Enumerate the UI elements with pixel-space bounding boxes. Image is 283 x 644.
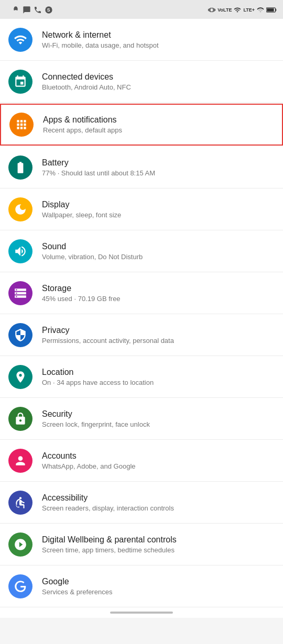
- scroll-bar: [110, 612, 173, 614]
- settings-item-digital-wellbeing[interactable]: Digital Wellbeing & parental controlsScr…: [0, 524, 283, 565]
- settings-item-storage[interactable]: Storage45% used · 70.19 GB free: [0, 272, 283, 314]
- svg-rect-3: [276, 9, 277, 11]
- network-subtitle: Wi-Fi, mobile, data usage, and hotspot: [42, 41, 275, 49]
- phone-icon: [34, 6, 42, 14]
- accessibility-icon: [8, 491, 32, 515]
- security-title: Security: [42, 409, 275, 419]
- battery-text: Battery77% · Should last until about 8:1…: [42, 158, 275, 177]
- digital-wellbeing-text: Digital Wellbeing & parental controlsScr…: [42, 535, 275, 554]
- accessibility-subtitle: Screen readers, display, interaction con…: [42, 504, 275, 512]
- security-subtitle: Screen lock, fingerprint, face unlock: [42, 420, 275, 428]
- apps-notifications-title: Apps & notifications: [43, 115, 274, 125]
- accounts-subtitle: WhatsApp, Adobe, and Google: [42, 462, 275, 470]
- connected-devices-icon: [8, 70, 32, 94]
- settings-item-sound[interactable]: SoundVolume, vibration, Do Not Disturb: [0, 230, 283, 272]
- security-icon: [8, 407, 32, 431]
- google-text: GoogleServices & preferences: [42, 577, 275, 596]
- accessibility-title: Accessibility: [42, 493, 275, 503]
- wifi-calling-icon: [234, 6, 241, 14]
- messaging-icon: [23, 6, 31, 14]
- privacy-subtitle: Permissions, account activity, personal …: [42, 337, 275, 345]
- sound-subtitle: Volume, vibration, Do Not Disturb: [42, 253, 275, 261]
- sound-title: Sound: [42, 242, 275, 251]
- privacy-title: Privacy: [42, 326, 275, 335]
- sound-text: SoundVolume, vibration, Do Not Disturb: [42, 242, 275, 261]
- location-text: LocationOn · 34 apps have access to loca…: [42, 368, 275, 386]
- google-icon: [8, 574, 32, 598]
- battery-icon: [8, 156, 32, 180]
- svg-rect-4: [267, 8, 274, 12]
- connected-devices-subtitle: Bluetooth, Android Auto, NFC: [42, 83, 275, 91]
- security-text: SecurityScreen lock, fingerprint, face u…: [42, 409, 275, 428]
- settings-item-security[interactable]: SecurityScreen lock, fingerprint, face u…: [0, 398, 283, 440]
- digital-wellbeing-icon: [8, 532, 32, 557]
- battery-title: Battery: [42, 158, 275, 168]
- network-icon: [8, 28, 32, 52]
- snapchat-icon: [12, 6, 20, 14]
- settings-item-location[interactable]: LocationOn · 34 apps have access to loca…: [0, 356, 283, 398]
- accounts-title: Accounts: [42, 451, 275, 461]
- settings-list: Network & internetWi-Fi, mobile, data us…: [0, 19, 283, 607]
- location-icon: [8, 365, 32, 389]
- storage-icon: [8, 281, 32, 305]
- storage-subtitle: 45% used · 70.19 GB free: [42, 295, 275, 303]
- volte-label: VoLTE: [217, 7, 232, 13]
- storage-text: Storage45% used · 70.19 GB free: [42, 284, 275, 303]
- network-title: Network & internet: [42, 30, 275, 40]
- lte-label: LTE+: [243, 7, 255, 13]
- privacy-text: PrivacyPermissions, account activity, pe…: [42, 326, 275, 345]
- settings-item-google[interactable]: GoogleServices & preferences: [0, 565, 283, 607]
- google-subtitle: Services & preferences: [42, 588, 275, 596]
- settings-item-display[interactable]: DisplayWallpaper, sleep, font size: [0, 188, 283, 230]
- connected-devices-title: Connected devices: [42, 72, 275, 82]
- google-title: Google: [42, 577, 275, 586]
- apps-notifications-text: Apps & notificationsRecent apps, default…: [43, 115, 274, 134]
- settings-item-accessibility[interactable]: AccessibilityScreen readers, display, in…: [0, 482, 283, 524]
- settings-item-battery[interactable]: Battery77% · Should last until about 8:1…: [0, 147, 283, 188]
- status-bar: S VoLTE LTE+: [0, 0, 283, 19]
- shazam-icon: S: [45, 6, 53, 14]
- vibrate-icon: [208, 6, 215, 14]
- display-title: Display: [42, 200, 275, 209]
- location-title: Location: [42, 368, 275, 377]
- apps-notifications-icon: [9, 113, 34, 137]
- apps-notifications-subtitle: Recent apps, default apps: [43, 126, 274, 134]
- storage-title: Storage: [42, 284, 275, 293]
- display-icon: [8, 197, 32, 221]
- display-text: DisplayWallpaper, sleep, font size: [42, 200, 275, 219]
- accounts-text: AccountsWhatsApp, Adobe, and Google: [42, 451, 275, 470]
- accessibility-text: AccessibilityScreen readers, display, in…: [42, 493, 275, 512]
- svg-text:S: S: [47, 7, 50, 13]
- privacy-icon: [8, 323, 32, 347]
- display-subtitle: Wallpaper, sleep, font size: [42, 211, 275, 219]
- accounts-icon: [8, 449, 32, 473]
- status-right-icons: VoLTE LTE+: [208, 6, 277, 14]
- scroll-indicator: [0, 607, 283, 618]
- settings-item-privacy[interactable]: PrivacyPermissions, account activity, pe…: [0, 314, 283, 356]
- network-text: Network & internetWi-Fi, mobile, data us…: [42, 30, 275, 49]
- battery-subtitle: 77% · Should last until about 8:15 AM: [42, 169, 275, 177]
- settings-item-connected-devices[interactable]: Connected devicesBluetooth, Android Auto…: [0, 61, 283, 103]
- settings-item-accounts[interactable]: AccountsWhatsApp, Adobe, and Google: [0, 440, 283, 482]
- connected-devices-text: Connected devicesBluetooth, Android Auto…: [42, 72, 275, 91]
- digital-wellbeing-title: Digital Wellbeing & parental controls: [42, 535, 275, 545]
- location-subtitle: On · 34 apps have access to location: [42, 379, 275, 386]
- signal1-icon: [257, 6, 264, 14]
- sound-icon: [8, 239, 32, 263]
- status-left-icons: S: [12, 6, 53, 14]
- settings-item-network[interactable]: Network & internetWi-Fi, mobile, data us…: [0, 19, 283, 61]
- battery-icon: [266, 7, 277, 13]
- digital-wellbeing-subtitle: Screen time, app timers, bedtime schedul…: [42, 546, 275, 554]
- settings-item-apps-notifications[interactable]: Apps & notificationsRecent apps, default…: [0, 104, 283, 146]
